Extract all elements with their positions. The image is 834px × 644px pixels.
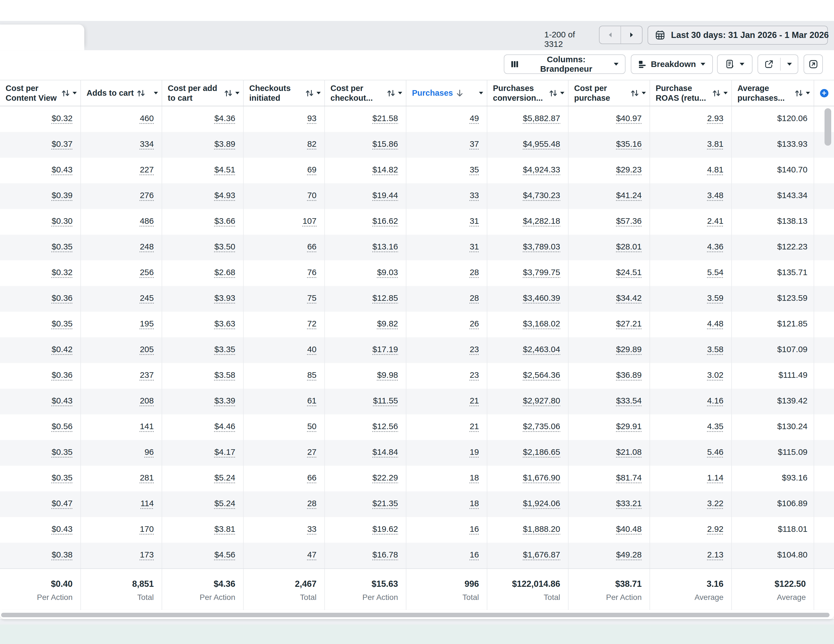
metric-value: 2.93 — [707, 113, 724, 123]
export-button[interactable] — [758, 55, 798, 74]
table-cell-cost-per-add-to-cart: $5.24 — [162, 491, 244, 517]
column-header-purchase-roas-retu[interactable]: Purchase ROAS (retu... — [650, 81, 732, 106]
footer-value: 996 — [409, 579, 479, 589]
chevron-down-icon[interactable] — [803, 92, 810, 95]
chevron-down-icon[interactable] — [639, 92, 646, 95]
table-cell-checkouts-initiated: 72 — [244, 312, 325, 337]
vertical-scrollbar[interactable] — [824, 108, 831, 146]
table-cell-purchases: 26 — [406, 312, 487, 337]
metric-value: $9.03 — [377, 268, 398, 277]
reports-button[interactable] — [717, 55, 753, 74]
metric-value: $2,735.06 — [523, 421, 560, 431]
chevron-down-icon[interactable] — [477, 92, 483, 95]
metric-value: 208 — [140, 396, 154, 405]
table-cell-cost-per-content-view: $0.56 — [0, 414, 81, 440]
date-range-button[interactable]: Last 30 days: 31 Jan 2026 - 1 Mar 2026 — [648, 26, 828, 45]
chevron-down-icon[interactable] — [314, 92, 321, 95]
metric-value: $17.19 — [372, 345, 398, 354]
table-cell-purchases: 23 — [406, 363, 487, 389]
metric-value: $16.78 — [372, 550, 398, 559]
footer-cell-checkouts-initiated: 2,467Total — [244, 569, 325, 610]
table-cell-purchases: 33 — [406, 183, 487, 209]
table-cell-purchase-roas-retu: 2.13 — [650, 543, 732, 568]
table-cell-average-purchases: $130.24 — [732, 414, 814, 440]
column-header-cost-per-purchase[interactable]: Cost per purchase — [569, 81, 650, 106]
gutter-cell — [814, 414, 834, 440]
calendar-icon — [655, 30, 666, 40]
chevron-down-icon[interactable] — [721, 92, 728, 95]
metric-value: 49 — [470, 113, 479, 123]
sort-up-down-icon — [224, 89, 233, 97]
previous-page-button[interactable] — [600, 26, 621, 44]
metric-value: $3.58 — [214, 370, 235, 379]
table-cell-cost-per-add-to-cart: $4.36 — [162, 106, 244, 132]
columns-button[interactable]: Columns: Brandpeneur — [504, 55, 626, 74]
metric-value: $4.93 — [214, 190, 235, 200]
metric-value: 195 — [140, 319, 154, 328]
table-cell-cost-per-content-view: $0.35 — [0, 235, 81, 260]
active-tab[interactable] — [0, 24, 84, 50]
metric-value: $0.32 — [52, 268, 73, 277]
table-cell-cost-per-content-view: $0.42 — [0, 337, 81, 363]
footer-aggregation-label: Average — [653, 593, 724, 602]
next-page-button[interactable] — [621, 26, 642, 44]
metric-value: $0.39 — [52, 190, 73, 200]
chevron-down-icon[interactable] — [558, 92, 565, 95]
metric-value: 37 — [470, 139, 479, 148]
add-column-gutter — [814, 81, 834, 106]
table-cell-cost-per-purchase: $29.23 — [569, 158, 650, 183]
metric-value: $0.35 — [52, 242, 73, 251]
metric-value: $3.81 — [214, 524, 235, 534]
insights-section-top — [0, 625, 834, 644]
table-cell-cost-per-purchase: $27.21 — [569, 312, 650, 337]
column-header-checkouts-initiated[interactable]: Checkouts initiated — [244, 81, 325, 106]
metric-value: $40.97 — [616, 113, 642, 123]
table-cell-average-purchases: $120.06 — [732, 106, 814, 132]
table-cell-average-purchases: $122.23 — [732, 235, 814, 260]
metric-value: $4.56 — [214, 550, 235, 559]
column-header-cost-per-checkout[interactable]: Cost per checkout... — [325, 81, 406, 106]
metric-value: $1,924.06 — [523, 499, 560, 508]
metric-value: $14.82 — [372, 165, 398, 174]
sort-up-down-icon — [549, 89, 558, 97]
table-cell-purchase-roas-retu: 2.93 — [650, 106, 732, 132]
chevron-down-icon[interactable] — [70, 92, 77, 95]
footer-cell-purchases-conversion: $122,014.86Total — [487, 569, 569, 610]
table-cell-purchases-conversion: $4,730.23 — [487, 183, 569, 209]
chevron-down-icon[interactable] — [396, 92, 402, 95]
footer-value: 2,467 — [246, 579, 317, 589]
horizontal-scrollbar[interactable] — [1, 613, 829, 617]
arrow-down-icon — [456, 89, 464, 98]
column-header-adds-to-cart[interactable]: Adds to cart — [81, 81, 162, 106]
metric-value: 35 — [470, 165, 479, 174]
table-cell-checkouts-initiated: 27 — [244, 440, 325, 466]
column-header-cost-per-content-view[interactable]: Cost per Content View — [0, 81, 81, 106]
gutter-cell — [814, 543, 834, 568]
column-header-purchases-conversion[interactable]: Purchases conversion... — [487, 81, 569, 106]
table-cell-purchases: 19 — [406, 440, 487, 466]
column-header-purchases[interactable]: Purchases — [406, 81, 487, 106]
table-cell-purchases-conversion: $1,676.90 — [487, 466, 569, 491]
table-cell-purchase-roas-retu: 3.48 — [650, 183, 732, 209]
column-header-average-purchases[interactable]: Average purchases... — [732, 81, 814, 106]
metric-value: $2,564.36 — [523, 370, 560, 379]
table-cell-cost-per-add-to-cart: $4.46 — [162, 414, 244, 440]
add-column-button[interactable] — [820, 89, 828, 97]
footer-cell-adds-to-cart: 8,851Total — [81, 569, 162, 610]
metric-value: $122.23 — [777, 242, 808, 251]
metric-value: $139.42 — [777, 396, 808, 405]
column-header-cost-per-add-to-cart[interactable]: Cost per add to cart — [162, 81, 244, 106]
expand-button[interactable] — [803, 55, 823, 74]
metric-value: $49.28 — [616, 550, 642, 559]
metric-value: 4.35 — [707, 421, 724, 431]
breakdown-button[interactable]: Breakdown — [631, 55, 713, 74]
metric-value: $140.70 — [777, 165, 808, 174]
metric-value: 61 — [307, 396, 317, 405]
chevron-down-icon[interactable] — [151, 92, 158, 95]
footer-value: $122,014.86 — [490, 579, 560, 589]
metric-value: $118.01 — [778, 524, 808, 534]
table-cell-average-purchases: $106.89 — [732, 491, 814, 517]
gutter-cell — [814, 312, 834, 337]
metric-value: 33 — [307, 524, 317, 534]
chevron-down-icon[interactable] — [233, 92, 240, 95]
